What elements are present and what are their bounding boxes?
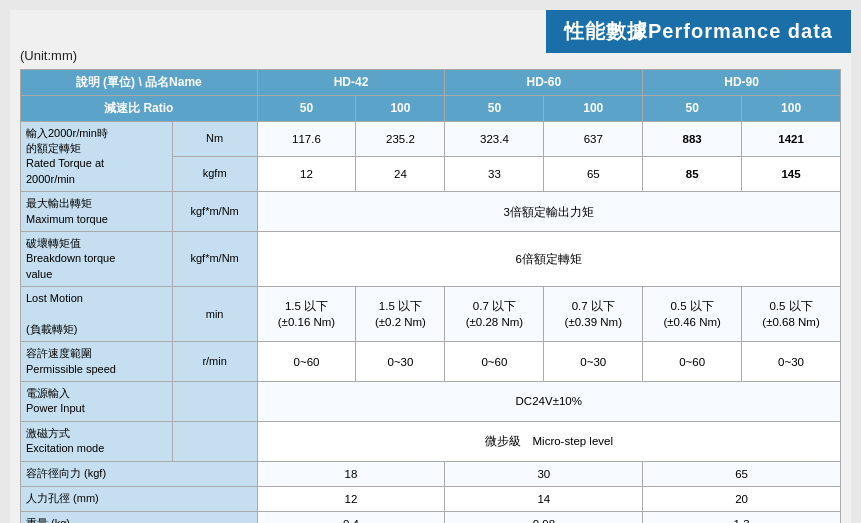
cell: 0.98 (445, 511, 643, 523)
cell: 637 (544, 121, 643, 156)
ratio-50-hd60: 50 (445, 95, 544, 121)
product-hd90: HD-90 (643, 70, 841, 96)
cell: 24 (356, 156, 445, 191)
cell: 0~60 (643, 342, 742, 382)
row-label-excitation: 激磁方式Excitation mode (21, 421, 173, 461)
cell: 145 (742, 156, 841, 191)
cell: 0~30 (742, 342, 841, 382)
cell: 117.6 (257, 121, 356, 156)
cell: 1.5 以下(±0.16 Nm) (257, 287, 356, 342)
cell: 0.7 以下(±0.39 Nm) (544, 287, 643, 342)
row-unit-breakdown: kgf*m/Nm (172, 231, 257, 286)
ratio-100-hd60: 100 (544, 95, 643, 121)
table-row: Lost Motion(負載轉矩) min 1.5 以下(±0.16 Nm) 1… (21, 287, 841, 342)
row-label-rated-torque: 輸入2000r/min時的額定轉矩Rated Torque at2000r/mi… (21, 121, 173, 192)
cell: 235.2 (356, 121, 445, 156)
cell: 65 (544, 156, 643, 191)
ratio-50-hd90: 50 (643, 95, 742, 121)
row-label-breakdown: 破壞轉矩值Breakdown torquevalue (21, 231, 173, 286)
cell: 1.3 (643, 511, 841, 523)
page-container: 性能數據Performance data (Unit:mm) 說明 (單位) \… (10, 10, 851, 523)
row-unit-kgfm: kgfm (172, 156, 257, 191)
cell: 0~60 (257, 342, 356, 382)
table-row: 容許徑向力 (kgf) 18 30 65 (21, 461, 841, 486)
row-unit-excitation (172, 421, 257, 461)
table-row: 激磁方式Excitation mode 微步級 Micro-step level (21, 421, 841, 461)
cell: 1.5 以下(±0.2 Nm) (356, 287, 445, 342)
table-row: 最大輸出轉矩Maximum torque kgf*m/Nm 3倍額定輸出力矩 (21, 192, 841, 232)
cell-span-breakdown: 6倍額定轉矩 (257, 231, 840, 286)
cell: 0~30 (356, 342, 445, 382)
cell: 85 (643, 156, 742, 191)
cell: 20 (643, 486, 841, 511)
cell: 1421 (742, 121, 841, 156)
cell: 323.4 (445, 121, 544, 156)
cell: 0.7 以下(±0.28 Nm) (445, 287, 544, 342)
header-banner: 性能數據Performance data (546, 10, 851, 53)
row-unit-max: kgf*m/Nm (172, 192, 257, 232)
performance-table: 說明 (單位) \ 品名Name HD-42 HD-60 HD-90 減速比 R… (20, 69, 841, 523)
product-hd42: HD-42 (257, 70, 445, 96)
table-row: 輸入2000r/min時的額定轉矩Rated Torque at2000r/mi… (21, 121, 841, 156)
cell-span-power: DC24V±10% (257, 382, 840, 422)
table-row: 重量 (kg) 0.4 0.98 1.3 (21, 511, 841, 523)
ratio-50-hd42: 50 (257, 95, 356, 121)
cell-span-max: 3倍額定輸出力矩 (257, 192, 840, 232)
cell: 883 (643, 121, 742, 156)
row-label-bore-dia: 人力孔徑 (mm) (21, 486, 258, 511)
row-label-weight: 重量 (kg) (21, 511, 258, 523)
product-hd60: HD-60 (445, 70, 643, 96)
ratio-subheader: 減速比 Ratio (21, 95, 258, 121)
row-label-lost-motion: Lost Motion(負載轉矩) (21, 287, 173, 342)
table-row: 電源輸入Power Input DC24V±10% (21, 382, 841, 422)
col-header: 說明 (單位) \ 品名Name (21, 70, 258, 96)
row-label-permissible-speed: 容許速度範圍Permissible speed (21, 342, 173, 382)
cell: 33 (445, 156, 544, 191)
row-unit-power (172, 382, 257, 422)
cell: 0~60 (445, 342, 544, 382)
row-label-max-torque: 最大輸出轉矩Maximum torque (21, 192, 173, 232)
table-row: 破壞轉矩值Breakdown torquevalue kgf*m/Nm 6倍額定… (21, 231, 841, 286)
cell: 0.4 (257, 511, 445, 523)
cell: 0.5 以下(±0.68 Nm) (742, 287, 841, 342)
cell-span-excitation: 微步級 Micro-step level (257, 421, 840, 461)
table-row: 容許速度範圍Permissible speed r/min 0~60 0~30 … (21, 342, 841, 382)
cell: 14 (445, 486, 643, 511)
cell: 30 (445, 461, 643, 486)
table-row: 人力孔徑 (mm) 12 14 20 (21, 486, 841, 511)
ratio-100-hd42: 100 (356, 95, 445, 121)
cell: 0.5 以下(±0.46 Nm) (643, 287, 742, 342)
cell: 12 (257, 156, 356, 191)
row-label-radial-force: 容許徑向力 (kgf) (21, 461, 258, 486)
cell: 18 (257, 461, 445, 486)
ratio-100-hd90: 100 (742, 95, 841, 121)
row-label-power-input: 電源輸入Power Input (21, 382, 173, 422)
cell: 65 (643, 461, 841, 486)
row-unit-lost-motion: min (172, 287, 257, 342)
cell: 0~30 (544, 342, 643, 382)
row-unit-speed: r/min (172, 342, 257, 382)
cell: 12 (257, 486, 445, 511)
row-unit-nm: Nm (172, 121, 257, 156)
